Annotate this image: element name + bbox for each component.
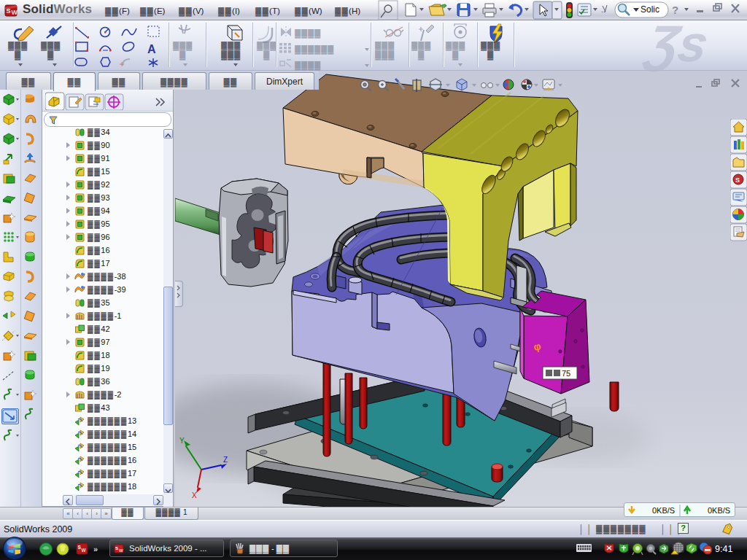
svg-text:Z: Z (223, 456, 228, 464)
svg-text:W: W (12, 9, 18, 16)
svg-text:S: S (735, 176, 740, 184)
svg-text:A: A (147, 43, 156, 55)
svg-text:Solic: Solic (640, 4, 659, 15)
svg-text:Y: Y (179, 437, 185, 445)
svg-text:W: W (119, 548, 123, 553)
svg-text:0KB/S: 0KB/S (708, 506, 730, 515)
svg-text:0KB/S: 0KB/S (652, 506, 675, 515)
svg-text:W: W (82, 548, 87, 553)
svg-text:»: » (93, 545, 98, 553)
svg-text:S: S (115, 546, 118, 551)
svg-text:75: 75 (562, 369, 570, 378)
svg-text:X: X (192, 491, 197, 499)
svg-text:9:41: 9:41 (715, 544, 732, 554)
svg-text:S: S (7, 7, 11, 15)
